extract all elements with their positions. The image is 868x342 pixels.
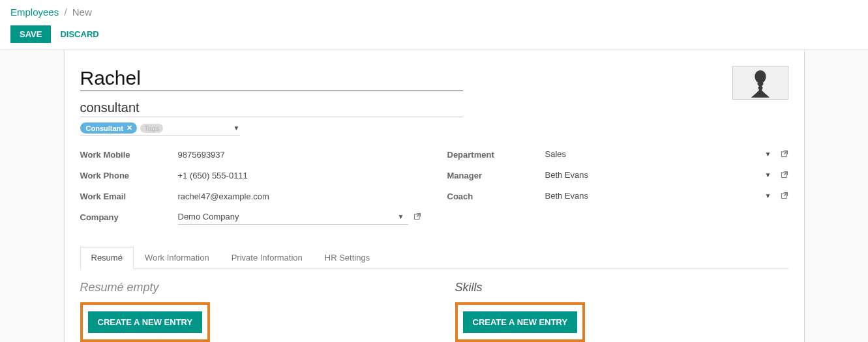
fields-grid: Work Mobile Work Phone Work Email Compan… xyxy=(80,147,788,231)
form-sheet: Consultant ✕ Tags ▼ Work Mobile Work Pho… xyxy=(64,50,805,342)
resume-highlight-box: Create a new entry xyxy=(80,302,211,342)
form-background: Consultant ✕ Tags ▼ Work Mobile Work Pho… xyxy=(0,50,868,342)
fields-left-column: Work Mobile Work Phone Work Email Compan… xyxy=(80,147,421,231)
employee-name-input[interactable] xyxy=(80,66,463,91)
coach-row: Coach ▼ xyxy=(447,189,788,203)
external-link-icon[interactable] xyxy=(413,212,421,222)
external-link-icon[interactable] xyxy=(781,150,788,160)
department-row: Department ▼ xyxy=(447,147,788,162)
department-input[interactable] xyxy=(545,147,761,161)
external-link-icon[interactable] xyxy=(781,192,788,201)
company-select[interactable]: ▼ xyxy=(178,210,408,225)
manager-label: Manager xyxy=(447,171,545,180)
resume-empty-title: Resumé empty xyxy=(80,281,421,294)
tab-hr-settings[interactable]: HR Settings xyxy=(314,247,381,268)
company-input[interactable] xyxy=(178,210,394,223)
action-buttons: Save Discard xyxy=(10,25,858,43)
chevron-down-icon[interactable]: ▼ xyxy=(765,150,771,158)
tab-content-resume: Resumé empty Create a new entry Skills C… xyxy=(80,269,788,342)
notebook: Resumé Work Information Private Informat… xyxy=(80,247,788,342)
external-link-icon[interactable] xyxy=(781,171,788,180)
work-phone-input[interactable] xyxy=(178,169,421,182)
coach-label: Coach xyxy=(447,192,545,201)
department-select[interactable]: ▼ xyxy=(545,147,775,162)
tags-field[interactable]: Consultant ✕ Tags ▼ xyxy=(80,122,240,135)
chevron-down-icon[interactable]: ▼ xyxy=(765,171,771,178)
manager-input[interactable] xyxy=(545,168,761,182)
work-phone-row: Work Phone xyxy=(80,168,421,182)
avatar[interactable] xyxy=(732,66,788,100)
save-button[interactable]: Save xyxy=(10,25,51,43)
work-email-input[interactable] xyxy=(178,190,421,203)
job-title-input[interactable] xyxy=(80,96,463,117)
company-label: Company xyxy=(80,212,178,222)
fields-right-column: Department ▼ Manager ▼ xyxy=(447,147,788,231)
coach-select[interactable]: ▼ xyxy=(545,189,775,203)
manager-select[interactable]: ▼ xyxy=(545,168,775,182)
chevron-down-icon[interactable]: ▼ xyxy=(765,192,771,199)
tabs-header: Resumé Work Information Private Informat… xyxy=(80,247,788,269)
person-silhouette-icon xyxy=(748,68,773,98)
work-email-row: Work Email xyxy=(80,189,421,203)
work-mobile-input[interactable] xyxy=(178,148,421,162)
skills-panel: Skills Create a new entry xyxy=(447,281,788,342)
manager-row: Manager ▼ xyxy=(447,168,788,182)
tab-resume[interactable]: Resumé xyxy=(80,247,134,269)
breadcrumb-current: New xyxy=(72,7,92,18)
discard-button[interactable]: Discard xyxy=(60,29,98,39)
work-phone-label: Work Phone xyxy=(80,171,178,180)
tag-remove-icon[interactable]: ✕ xyxy=(127,124,132,132)
tags-placeholder: Tags xyxy=(140,124,163,133)
breadcrumb-parent[interactable]: Employees xyxy=(10,7,59,18)
title-section: Consultant ✕ Tags ▼ xyxy=(80,66,463,135)
create-resume-entry-button[interactable]: Create a new entry xyxy=(88,311,203,333)
skills-highlight-box: Create a new entry xyxy=(455,302,586,342)
tab-work-information[interactable]: Work Information xyxy=(134,247,220,268)
work-mobile-row: Work Mobile xyxy=(80,147,421,162)
skills-title: Skills xyxy=(455,281,788,294)
breadcrumb-sep: / xyxy=(64,7,67,18)
work-mobile-label: Work Mobile xyxy=(80,150,178,160)
chevron-down-icon[interactable]: ▼ xyxy=(233,124,240,132)
department-label: Department xyxy=(447,150,545,160)
tab-private-information[interactable]: Private Information xyxy=(220,247,314,268)
tag-consultant: Consultant ✕ xyxy=(80,122,137,134)
control-panel: Employees / New Save Discard xyxy=(0,0,868,50)
tag-label: Consultant xyxy=(86,124,123,132)
chevron-down-icon[interactable]: ▼ xyxy=(398,213,404,220)
work-email-label: Work Email xyxy=(80,192,178,201)
resume-panel: Resumé empty Create a new entry xyxy=(80,281,421,342)
coach-input[interactable] xyxy=(545,189,761,203)
breadcrumb: Employees / New xyxy=(10,7,858,18)
create-skills-entry-button[interactable]: Create a new entry xyxy=(463,311,578,333)
company-row: Company ▼ xyxy=(80,210,421,225)
